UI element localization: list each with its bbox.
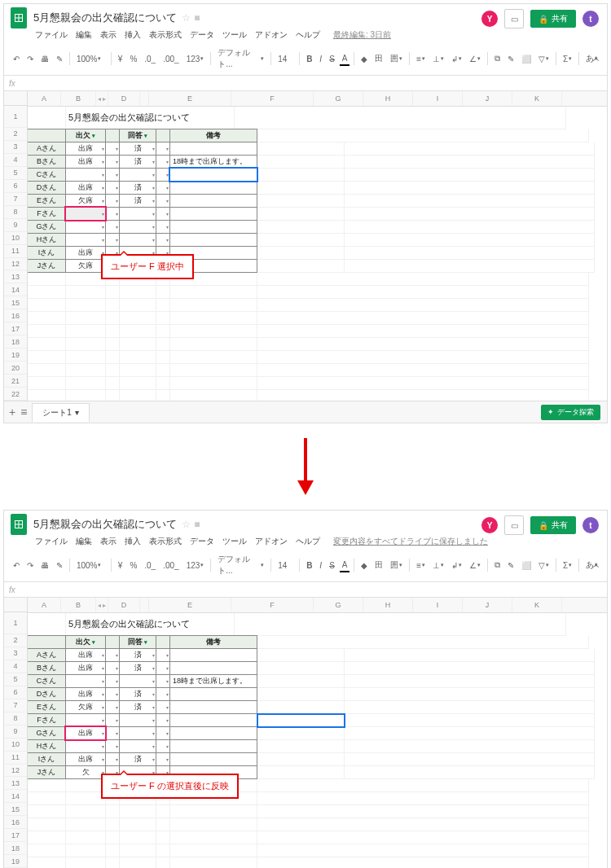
cell[interactable] xyxy=(345,247,595,260)
cell[interactable] xyxy=(257,195,345,208)
attend-cell[interactable]: 出席 xyxy=(65,246,106,260)
row-header[interactable]: 19 xyxy=(4,349,27,362)
cell[interactable] xyxy=(66,792,106,805)
cell[interactable] xyxy=(345,649,595,662)
cell[interactable] xyxy=(170,844,257,857)
paint-format-button[interactable]: ✎ xyxy=(54,559,65,572)
wrap-button[interactable]: ↲▾ xyxy=(449,559,464,572)
borders-button[interactable]: 田 xyxy=(372,51,385,66)
menu-insert[interactable]: 挿入 xyxy=(125,536,141,547)
cell[interactable] xyxy=(120,844,156,857)
merge-button[interactable]: 囲▾ xyxy=(388,51,405,66)
cell[interactable] xyxy=(257,792,589,805)
rotate-button[interactable]: ∠▾ xyxy=(467,559,483,572)
cell[interactable] xyxy=(66,286,106,299)
fill-color-button[interactable]: ◆ xyxy=(358,559,370,572)
cell[interactable] xyxy=(156,805,170,818)
menu-view[interactable]: 表示 xyxy=(100,29,116,41)
reply-cell[interactable]: 済 xyxy=(119,687,156,701)
cell[interactable] xyxy=(257,182,345,195)
attend-cell[interactable]: 出席 xyxy=(65,181,106,195)
folder-icon[interactable]: ■ xyxy=(194,519,200,530)
cell[interactable] xyxy=(66,857,106,868)
cell[interactable] xyxy=(235,107,566,129)
all-sheets-button[interactable]: ≡ xyxy=(20,406,27,419)
collaborator-avatar-y[interactable]: Y xyxy=(481,517,498,533)
strike-button[interactable]: S xyxy=(327,53,337,65)
cell[interactable] xyxy=(257,325,589,338)
menu-addons[interactable]: アドオン xyxy=(255,29,288,41)
cell[interactable] xyxy=(170,312,257,325)
cell[interactable] xyxy=(170,338,257,351)
link-button[interactable]: ⧉ xyxy=(492,52,503,65)
cell[interactable] xyxy=(156,312,170,325)
col-header[interactable]: A xyxy=(28,598,61,612)
note-cell[interactable]: 18時まで出席します。 xyxy=(169,674,257,688)
header-note[interactable]: 備考 xyxy=(169,635,257,649)
note-cell[interactable] xyxy=(169,661,257,675)
cell[interactable] xyxy=(345,234,595,247)
cell[interactable] xyxy=(345,701,595,714)
attend-cell[interactable]: 出席 xyxy=(65,142,106,156)
col-header[interactable]: B xyxy=(61,598,96,612)
col-header[interactable]: H xyxy=(363,91,413,106)
cell[interactable] xyxy=(105,194,120,208)
cell[interactable] xyxy=(28,107,66,129)
name-cell[interactable]: Aさん xyxy=(28,648,66,662)
cell[interactable] xyxy=(28,844,66,857)
note-cell[interactable] xyxy=(169,220,257,234)
cell[interactable] xyxy=(66,831,106,844)
header-attend[interactable]: 出欠 xyxy=(65,635,106,649)
cell[interactable] xyxy=(28,390,66,401)
reply-cell[interactable]: 済 xyxy=(119,155,156,169)
cell[interactable] xyxy=(257,649,345,662)
comments-button[interactable]: ▭ xyxy=(504,9,524,28)
reply-cell[interactable] xyxy=(119,233,156,247)
col-group-toggle-icon[interactable]: ◂ ▸ xyxy=(96,91,108,106)
cell[interactable] xyxy=(170,831,257,844)
cell[interactable] xyxy=(345,688,595,701)
collaborator-avatar-y[interactable]: Y xyxy=(481,11,498,27)
cell[interactable] xyxy=(156,207,170,221)
cell[interactable] xyxy=(156,752,170,766)
menu-addons[interactable]: アドオン xyxy=(255,536,288,547)
cell[interactable] xyxy=(156,364,170,377)
note-cell[interactable]: 18時まで出席します。 xyxy=(169,155,257,169)
name-cell[interactable]: Dさん xyxy=(28,181,66,195)
cell[interactable] xyxy=(106,351,120,364)
cell[interactable] xyxy=(257,701,345,714)
share-button[interactable]: 🔒 共有 xyxy=(530,10,576,28)
note-cell[interactable] xyxy=(169,181,257,195)
cell[interactable] xyxy=(345,208,595,221)
reply-cell[interactable] xyxy=(119,726,156,740)
note-cell[interactable] xyxy=(169,207,257,221)
attend-cell[interactable] xyxy=(65,220,106,234)
cell[interactable] xyxy=(120,364,156,377)
cell[interactable] xyxy=(257,260,345,273)
formula-bar[interactable]: fx xyxy=(4,76,607,91)
cell[interactable] xyxy=(120,377,156,390)
col-header[interactable]: G xyxy=(314,91,363,106)
reply-cell[interactable]: 済 xyxy=(119,181,156,195)
cell[interactable] xyxy=(170,818,257,831)
cell[interactable] xyxy=(66,338,106,351)
undo-button[interactable]: ↶ xyxy=(11,559,22,572)
font-select[interactable]: デフォルト...▾ xyxy=(215,552,266,578)
reply-cell[interactable] xyxy=(119,207,156,221)
reply-cell[interactable] xyxy=(119,739,156,753)
cell[interactable] xyxy=(257,857,589,868)
decrease-decimal-button[interactable]: .0_ xyxy=(142,53,158,65)
cell[interactable] xyxy=(156,661,170,675)
cell[interactable] xyxy=(120,390,156,401)
menu-data[interactable]: データ xyxy=(190,29,214,41)
row-header[interactable]: 13 xyxy=(4,270,27,283)
cell[interactable] xyxy=(28,351,66,364)
cell[interactable] xyxy=(257,299,589,312)
font-select[interactable]: デフォルト...▾ xyxy=(215,46,266,72)
row-header[interactable]: 6 xyxy=(4,180,27,193)
attend-cell[interactable] xyxy=(65,233,106,247)
cell[interactable] xyxy=(106,831,120,844)
name-cell[interactable]: Gさん xyxy=(28,726,66,740)
menu-file[interactable]: ファイル xyxy=(35,29,68,41)
menu-format[interactable]: 表示形式 xyxy=(149,536,182,547)
